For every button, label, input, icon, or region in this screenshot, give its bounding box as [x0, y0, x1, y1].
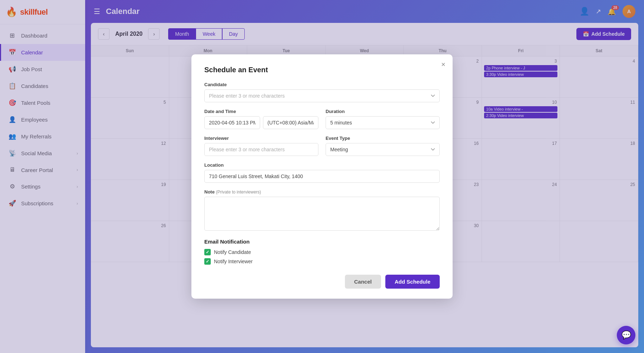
- candidate-select[interactable]: Please enter 3 or more characters: [204, 89, 440, 102]
- email-notification-title: Email Notification: [204, 239, 440, 245]
- notify-interviewer-label: Notify Interviewer: [214, 259, 253, 264]
- notify-interviewer-row: ✓ Notify Interviewer: [204, 258, 440, 265]
- note-private-note: (Private to interviewers): [216, 190, 261, 195]
- interviewer-input[interactable]: [204, 143, 318, 156]
- interviewer-group: Interviewer: [204, 136, 318, 156]
- checkmark-icon: ✓: [206, 259, 209, 264]
- add-schedule-submit-button[interactable]: Add Schedule: [385, 275, 440, 289]
- eventtype-group: Event Type Meeting: [326, 136, 440, 156]
- cancel-button[interactable]: Cancel: [345, 275, 381, 289]
- location-label: Location: [204, 162, 440, 168]
- email-notification-group: Email Notification ✓ Notify Candidate ✓ …: [204, 239, 440, 265]
- datetime-group: Date and Time: [204, 109, 318, 129]
- notify-candidate-row: ✓ Notify Candidate: [204, 249, 440, 255]
- modal-backdrop[interactable]: × Schedule an Event Candidate Please ent…: [0, 0, 644, 353]
- duration-select[interactable]: 5 minutes: [326, 116, 440, 129]
- interviewer-eventtype-row: Interviewer Event Type Meeting: [204, 136, 440, 162]
- notify-candidate-label: Notify Candidate: [214, 249, 251, 255]
- notify-candidate-checkbox[interactable]: ✓: [204, 249, 211, 255]
- eventtype-select[interactable]: Meeting: [326, 143, 440, 156]
- note-group: Note (Private to interviewers): [204, 189, 440, 232]
- chat-bubble[interactable]: 💬: [617, 326, 635, 344]
- datetime-label: Date and Time: [204, 109, 318, 114]
- modal-close-button[interactable]: ×: [441, 61, 445, 68]
- candidate-label: Candidate: [204, 82, 440, 87]
- eventtype-label: Event Type: [326, 136, 440, 141]
- timezone-input[interactable]: [263, 116, 319, 129]
- candidate-group: Candidate Please enter 3 or more charact…: [204, 82, 440, 102]
- interviewer-label: Interviewer: [204, 136, 318, 141]
- date-input[interactable]: [204, 116, 260, 129]
- note-label: Note (Private to interviewers): [204, 189, 440, 195]
- modal-actions: Cancel Add Schedule: [204, 275, 440, 289]
- notify-interviewer-checkbox[interactable]: ✓: [204, 258, 211, 265]
- duration-group: Duration 5 minutes: [326, 109, 440, 129]
- datetime-duration-row: Date and Time Duration 5 minutes: [204, 109, 440, 136]
- schedule-event-modal: × Schedule an Event Candidate Please ent…: [191, 54, 453, 299]
- modal-title: Schedule an Event: [204, 66, 440, 74]
- checkmark-icon: ✓: [206, 250, 209, 255]
- location-group: Location: [204, 162, 440, 183]
- location-input[interactable]: [204, 170, 440, 183]
- duration-label: Duration: [326, 109, 440, 114]
- note-textarea[interactable]: [204, 197, 440, 231]
